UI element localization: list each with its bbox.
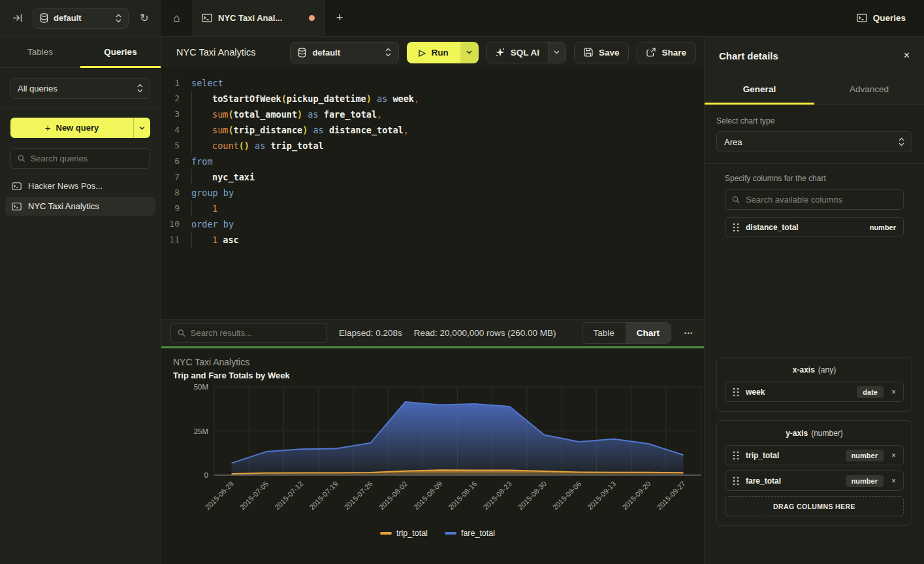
query-filter-select[interactable]: All queries: [10, 78, 150, 99]
code-text: sum(total_amount) as fare_total,: [180, 107, 382, 122]
sql-ai-label: SQL AI: [511, 48, 539, 58]
code-line: 10order by: [161, 216, 704, 232]
new-tab-button[interactable]: +: [325, 0, 355, 36]
chart-details-title: Chart details: [719, 50, 778, 61]
x-tick-label: 2015-07-19: [308, 480, 339, 511]
tab-general[interactable]: General: [705, 75, 814, 104]
sql-editor[interactable]: 1select2toStartOfWeek(pickup_datetime) a…: [161, 68, 704, 319]
code-line: 111 asc: [161, 232, 704, 248]
column-type-badge: date: [857, 386, 884, 398]
code-text: 1 asc: [180, 232, 239, 248]
saved-query-list: Hacker News Pos...NYC Taxi Analytics: [0, 176, 161, 216]
chart-details-panel: Chart details × General Advanced Select …: [704, 37, 924, 564]
x-axis-box: x-axis(any) weekdate×: [716, 357, 912, 412]
line-number: 4: [161, 122, 180, 138]
close-panel-button[interactable]: ×: [904, 50, 910, 61]
chart-type-value: Area: [724, 137, 899, 147]
chart-svg: 025M50M2015-06-282015-07-052015-07-12201…: [173, 383, 702, 525]
run-label: Run: [431, 48, 448, 58]
collapse-sidebar-button[interactable]: [8, 9, 26, 27]
database-selector[interactable]: default: [33, 8, 129, 29]
run-database-value: default: [312, 48, 379, 58]
view-toggle-chart[interactable]: Chart: [626, 323, 671, 343]
queries-menu-button[interactable]: Queries: [838, 0, 924, 36]
save-icon: [584, 48, 593, 57]
sidebar-query-item[interactable]: Hacker News Pos...: [5, 176, 155, 195]
column-type-badge: number: [846, 475, 884, 487]
search-results-input[interactable]: [191, 328, 320, 338]
x-tick-label: 2015-07-26: [343, 480, 374, 511]
run-options-dropdown[interactable]: [460, 42, 479, 63]
x-tick-label: 2015-09-06: [551, 480, 582, 511]
database-icon: [298, 48, 306, 58]
remove-column-button[interactable]: ×: [891, 388, 896, 397]
home-button[interactable]: ⌂: [161, 0, 193, 36]
query-console-icon: [12, 203, 22, 210]
more-options-button[interactable]: •••: [683, 327, 695, 339]
chart-subtitle: Trip and Fare Totals by Week: [173, 371, 704, 380]
code-text: nyc_taxi: [180, 169, 255, 185]
indent-guide: [191, 91, 212, 107]
top-bar-left: default ↻: [0, 0, 161, 37]
spacer: [716, 242, 912, 357]
line-number: 10: [161, 216, 180, 232]
code-text: count() as trip_total: [180, 138, 324, 154]
remove-column-button[interactable]: ×: [891, 476, 896, 486]
share-button[interactable]: Share: [637, 42, 696, 63]
chevron-down-icon: [139, 126, 145, 130]
column-pill-trip_total[interactable]: trip_totalnumber×: [725, 445, 904, 465]
search-columns-input[interactable]: [746, 195, 897, 205]
sidebar-tab-tables[interactable]: Tables: [0, 37, 80, 67]
search-icon: [18, 154, 25, 163]
token: ,: [414, 93, 419, 104]
new-query-button[interactable]: + New query: [10, 118, 150, 138]
column-pill-fare_total[interactable]: fare_totalnumber×: [725, 471, 904, 491]
query-title: NYC Taxi Analytics: [176, 47, 282, 58]
tab-advanced[interactable]: Advanced: [814, 75, 924, 104]
remove-column-button[interactable]: ×: [891, 451, 896, 460]
chevron-updown-icon: [385, 48, 391, 57]
legend-label: fare_total: [461, 529, 495, 538]
area-chart[interactable]: 025M50M2015-06-282015-07-052015-07-12201…: [173, 383, 704, 527]
new-query-main[interactable]: + New query: [10, 118, 133, 138]
queries-icon: [857, 14, 867, 22]
sql-ai-button[interactable]: SQL AI: [487, 42, 548, 63]
code-line: 6from: [161, 154, 704, 169]
code-text: sum(trip_distance) as distance_total,: [180, 122, 409, 138]
search-icon: [178, 329, 185, 337]
code-text: order by: [180, 216, 234, 232]
refresh-button[interactable]: ↻: [135, 9, 153, 27]
query-item-label: Hacker News Pos...: [28, 181, 103, 191]
query-console-icon: [202, 14, 212, 22]
column-name: distance_total: [746, 223, 863, 232]
legend-item-fare_total[interactable]: fare_total: [445, 529, 495, 538]
x-tick-label: 2015-08-16: [447, 480, 478, 511]
drag-columns-drop-zone[interactable]: DRAG COLUMNS HERE: [725, 496, 904, 516]
legend-swatch: [380, 532, 392, 535]
sidebar-tab-queries[interactable]: Queries: [80, 37, 161, 67]
token: nyc_taxi: [212, 172, 255, 182]
legend-item-trip_total[interactable]: trip_total: [380, 529, 428, 538]
chart-details-body: Select chart type Area Specify columns f…: [705, 105, 924, 526]
column-pill-week[interactable]: weekdate×: [725, 382, 904, 402]
token: asc: [223, 235, 238, 245]
view-toggle-table[interactable]: Table: [582, 323, 626, 343]
plus-icon: +: [45, 122, 51, 133]
sidebar-query-item[interactable]: NYC Taxi Analytics: [5, 197, 155, 216]
x-axis-columns: weekdate×: [725, 382, 904, 402]
new-query-dropdown[interactable]: [133, 118, 150, 138]
save-button[interactable]: Save: [574, 42, 629, 63]
token: [319, 109, 324, 120]
chart-type-select[interactable]: Area: [716, 131, 912, 152]
code-line: 3sum(total_amount) as fare_total,: [161, 107, 704, 122]
search-columns-box: [725, 189, 904, 210]
tab-nyc-taxi-analytics[interactable]: NYC Taxi Anal...: [193, 0, 325, 36]
sql-ai-dropdown[interactable]: [548, 42, 566, 63]
column-pill-distance_total[interactable]: distance_totalnumber: [725, 217, 904, 237]
run-button[interactable]: ▷ Run: [407, 42, 460, 63]
search-queries-input[interactable]: [31, 154, 143, 163]
token: as: [255, 141, 265, 151]
code-line: 4sum(trip_distance) as distance_total,: [161, 122, 704, 138]
run-database-selector[interactable]: default: [290, 42, 399, 63]
column-type-badge: number: [870, 224, 896, 231]
